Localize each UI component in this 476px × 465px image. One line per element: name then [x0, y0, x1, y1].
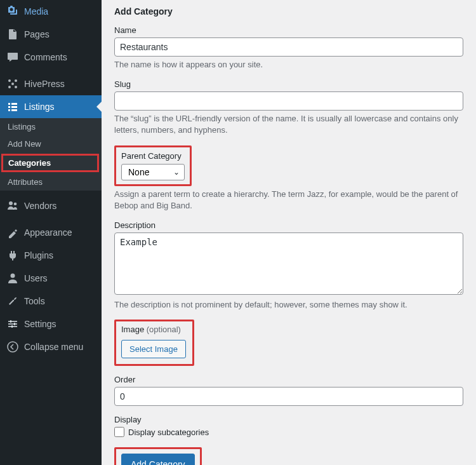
svg-rect-5 — [8, 103, 10, 105]
parent-field: Parent Category None ⌄ Assign a parent t… — [114, 145, 463, 212]
menu-label: Tools — [24, 296, 45, 306]
svg-point-12 — [14, 203, 17, 206]
svg-rect-17 — [10, 320, 11, 323]
display-checkbox-label: Display subcategories — [128, 428, 209, 437]
description-help: The description is not prominent by defa… — [114, 299, 463, 311]
sidebar-item-settings[interactable]: Settings — [0, 313, 102, 335]
name-help: The name is how it appears on your site. — [114, 59, 463, 71]
main-content: Add Category Name The name is how it app… — [102, 0, 476, 465]
add-category-button[interactable]: Add Category — [121, 454, 195, 465]
parent-highlight: Parent Category None ⌄ — [114, 145, 192, 186]
sidebar-item-hivepress[interactable]: HivePress — [0, 72, 102, 95]
slug-field: Slug The “slug” is the URL-friendly vers… — [114, 79, 463, 136]
admin-sidebar: Media Pages Comments HivePress Listings … — [0, 0, 102, 465]
menu-label: Vendors — [24, 201, 56, 211]
listings-icon — [6, 100, 19, 113]
parent-help: Assign a parent term to create a hierarc… — [114, 189, 463, 212]
slug-help: The “slug” is the URL-friendly version o… — [114, 113, 463, 136]
svg-point-13 — [11, 274, 15, 278]
image-highlight: Image (optional) Select Image — [114, 320, 194, 366]
parent-label: Parent Category — [121, 151, 185, 161]
name-field: Name The name is how it appears on your … — [114, 25, 463, 71]
menu-label: Comments — [24, 52, 67, 62]
vendors-icon — [6, 199, 19, 212]
menu-label: HivePress — [24, 79, 65, 89]
display-label: Display — [114, 415, 463, 424]
order-label: Order — [114, 375, 463, 384]
display-field: Display Display subcategories — [114, 415, 463, 437]
users-icon — [6, 272, 19, 285]
svg-rect-14 — [8, 321, 17, 322]
svg-rect-10 — [11, 109, 17, 111]
sidebar-item-vendors[interactable]: Vendors — [0, 194, 102, 217]
sidebar-item-pages[interactable]: Pages — [0, 23, 102, 46]
menu-label: Appearance — [24, 227, 72, 238]
tools-icon — [6, 295, 19, 307]
menu-label: Collapse menu — [24, 342, 83, 352]
collapse-icon — [6, 340, 19, 353]
image-field: Image (optional) Select Image — [114, 320, 463, 366]
name-label: Name — [114, 25, 463, 35]
submenu-listings[interactable]: Listings — [0, 118, 102, 135]
sidebar-item-users[interactable]: Users — [0, 267, 102, 290]
select-image-button[interactable]: Select Image — [121, 340, 186, 358]
parent-select[interactable]: None — [121, 164, 185, 180]
description-field: Description Example The description is n… — [114, 220, 463, 311]
sidebar-item-plugins[interactable]: Plugins — [0, 244, 102, 267]
sidebar-item-collapse[interactable]: Collapse menu — [0, 335, 102, 358]
display-subcategories-checkbox[interactable] — [114, 427, 124, 437]
order-field: Order — [114, 375, 463, 406]
page-title: Add Category — [114, 6, 463, 17]
submenu-add-new[interactable]: Add New — [0, 135, 102, 152]
svg-rect-18 — [14, 323, 15, 325]
svg-point-3 — [8, 86, 11, 88]
menu-label: Plugins — [24, 250, 53, 260]
svg-point-11 — [9, 201, 13, 205]
svg-rect-9 — [8, 109, 10, 111]
listings-submenu: Listings Add New Categories Attributes — [0, 118, 102, 191]
description-textarea[interactable]: Example — [114, 232, 463, 295]
svg-rect-15 — [8, 323, 17, 325]
menu-label: Settings — [24, 319, 56, 329]
svg-point-20 — [8, 342, 18, 352]
svg-rect-6 — [11, 103, 17, 105]
description-label: Description — [114, 220, 463, 230]
svg-point-0 — [8, 79, 11, 82]
svg-point-1 — [15, 79, 17, 82]
order-input[interactable] — [114, 387, 463, 406]
appearance-icon — [6, 226, 19, 239]
submenu-categories[interactable]: Categories — [1, 154, 99, 172]
sidebar-item-tools[interactable]: Tools — [0, 290, 102, 313]
media-icon — [6, 5, 19, 18]
plugins-icon — [6, 249, 19, 262]
settings-icon — [6, 318, 19, 330]
menu-label: Listings — [24, 102, 54, 112]
image-label: Image (optional) — [121, 325, 186, 334]
svg-point-2 — [11, 83, 14, 85]
svg-rect-19 — [11, 325, 13, 328]
comments-icon — [6, 51, 19, 64]
name-input[interactable] — [114, 37, 463, 57]
menu-label: Pages — [24, 29, 50, 39]
submit-highlight: Add Category — [114, 447, 202, 465]
svg-point-4 — [15, 86, 17, 88]
pages-icon — [6, 28, 19, 41]
sidebar-item-media[interactable]: Media — [0, 0, 102, 23]
sidebar-item-listings[interactable]: Listings — [0, 95, 102, 118]
svg-rect-8 — [11, 106, 17, 108]
slug-input[interactable] — [114, 91, 463, 111]
sidebar-item-appearance[interactable]: Appearance — [0, 221, 102, 244]
sidebar-item-comments[interactable]: Comments — [0, 46, 102, 69]
svg-rect-7 — [8, 106, 10, 108]
slug-label: Slug — [114, 79, 463, 89]
hivepress-icon — [6, 78, 19, 90]
menu-label: Users — [24, 273, 48, 283]
submenu-attributes[interactable]: Attributes — [0, 173, 102, 191]
menu-label: Media — [24, 6, 48, 17]
